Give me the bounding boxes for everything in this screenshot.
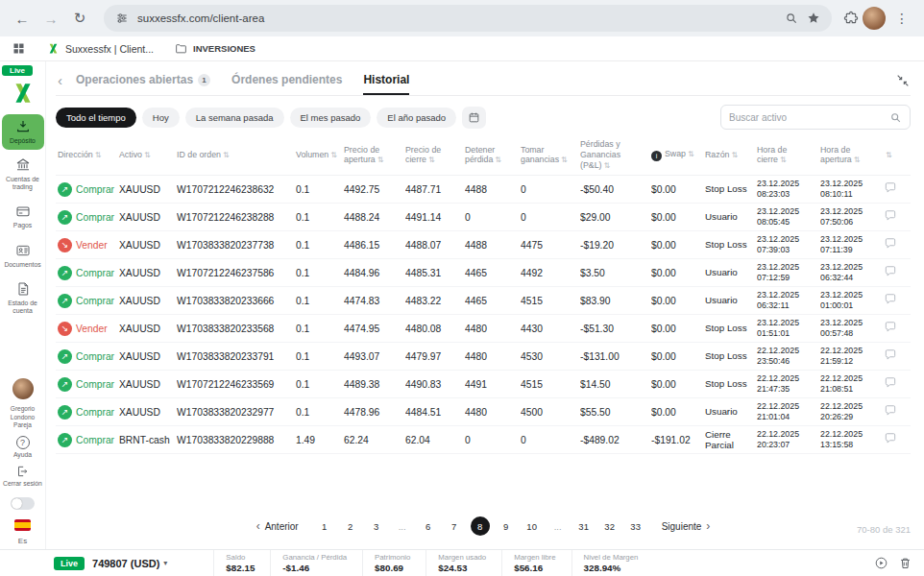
spain-flag-icon[interactable] [14,519,31,531]
back-icon[interactable]: ← [10,6,35,31]
comment-icon[interactable] [884,209,897,223]
comment-icon[interactable] [884,404,897,418]
filter-chips: Todo el tiempoHoyLa semana pasadaEl mes … [56,108,456,128]
sidebar-item-estado-de-cuenta[interactable]: Estado de cuenta [2,276,44,320]
search-icon[interactable] [785,12,798,25]
calendar-button[interactable] [462,107,486,129]
date-text: 23.12.2025 [820,206,880,217]
next-page-button[interactable]: Siguiente› [662,519,711,533]
column-header-volumen[interactable]: Volumen⇅ [296,150,340,160]
page-button-8[interactable]: 8 [471,516,490,536]
filter-chip-el-mes-pasado[interactable]: El mes pasado [290,108,372,128]
filter-chip-todo-el-tiempo[interactable]: Todo el tiempo [56,108,136,128]
tab-ordenes-pendientes[interactable]: Órdenes pendientes [231,65,342,95]
column-header-hora-de-apertura[interactable]: Hora de apertura⇅ [820,145,880,166]
table-body: ↗ComprarXAUUSDW17072122462386320.14492.7… [56,176,911,454]
address-bar[interactable]: suxxessfx.com/client-area [104,5,832,32]
date-text: 23.12.2025 [820,234,880,245]
tab-operaciones-abiertas[interactable]: Operaciones abiertas1 [76,65,210,95]
column-header-precio-de-cierre[interactable]: Precio de cierre⇅ [405,145,461,166]
filter-chip-el-ano-pasado[interactable]: El año pasado [377,108,456,128]
column-header-detener-perdida[interactable]: Detener pérdida⇅ [465,145,517,166]
reload-icon[interactable]: ↻ [67,6,92,31]
theme-toggle[interactable] [11,497,35,510]
extensions-icon[interactable] [843,11,859,26]
back-chevron-icon[interactable]: ‹ [56,72,64,88]
column-label: Precio de cierre [405,145,441,165]
collapse-icon[interactable] [895,73,911,88]
comment-icon[interactable] [884,181,897,195]
comment-icon[interactable] [884,265,897,278]
play-circle-icon[interactable] [874,556,888,570]
close-price-cell: 4484.51 [405,407,461,418]
deposit-icon [15,119,31,134]
site-settings-icon[interactable] [115,12,129,25]
comment-icon[interactable] [884,237,897,251]
sidebar-item-ayuda[interactable]: ? Ayuda [13,436,32,459]
search-icon[interactable] [889,111,902,124]
browser-menu-icon[interactable]: ⋮ [889,11,914,26]
sidebar-item-cuentas-de-trading[interactable]: Cuentas de trading [2,153,44,196]
comment-icon[interactable] [884,348,897,362]
column-header-razon[interactable]: Razón⇅ [705,150,753,160]
column-header-swap[interactable]: iSwap⇅ [651,149,701,162]
browser-profile-avatar[interactable] [863,7,886,30]
close-time-cell: 23.12.202506:32:11 [757,290,816,312]
page-button-33[interactable]: 33 [626,516,645,536]
filter-chip-hoy[interactable]: Hoy [142,108,180,128]
language-label[interactable]: Es [18,537,27,545]
stat-value: $82.15 [226,563,255,573]
page-button-31[interactable]: 31 [574,516,594,536]
trash-icon[interactable] [898,556,912,570]
page-button-3[interactable]: 3 [367,516,386,536]
tab-historial[interactable]: Historial [363,65,409,95]
column-header-activo[interactable]: Activo⇅ [119,150,173,160]
column-header-tomar-ganancias[interactable]: Tomar ganancias⇅ [521,145,576,166]
page-button-10[interactable]: 10 [523,516,542,536]
sidebar-item-pagos[interactable]: Pagos [2,199,44,234]
column-header-perdidas-y-ganancias-p-l[interactable]: Pérdidas y Ganancias (P&L)⇅ [580,139,647,171]
column-header-hora-de-cierre[interactable]: Hora de cierre⇅ [757,145,816,166]
column-header-direccion[interactable]: Dirección⇅ [58,150,115,160]
comment-cell [884,293,905,308]
bookmark-star-icon[interactable] [807,12,820,25]
sidebar-item-deposito[interactable]: Depósito [2,114,44,150]
comment-icon[interactable] [884,376,897,390]
page-button-9[interactable]: 9 [497,516,516,536]
user-avatar[interactable] [12,378,34,399]
swap-info-icon: i [651,151,662,161]
suxxessfx-logo[interactable] [11,81,36,106]
comment-icon[interactable] [884,321,897,334]
date-text: 22.12.2025 [820,401,880,412]
pnl-cell: -$50.40 [580,184,647,195]
page-button-32[interactable]: 32 [600,516,620,536]
page-button-6[interactable]: 6 [419,516,438,536]
account-selector[interactable]: 749807 (USD) ▾ [92,558,167,569]
search-input[interactable] [729,112,884,123]
comment-icon[interactable] [884,293,897,306]
bookmark-folder-inversiones[interactable]: INVERSIONES [175,42,255,55]
order-id-cell: W1707212246237586 [177,268,292,278]
take-profit-cell: 0 [521,435,576,445]
help-icon: ? [16,436,30,449]
logout-icon [15,465,29,478]
page-button-2[interactable]: 2 [341,516,360,536]
bookmark-suxxessfx[interactable]: Suxxessfx | Client... [47,42,154,55]
page-button-7[interactable]: 7 [445,516,464,536]
comment-cell [884,348,905,364]
forward-icon[interactable]: → [38,6,63,31]
time-text: 20:23:07 [757,440,816,450]
column-header-precio-de-apertura[interactable]: Precio de apertura⇅ [344,145,401,166]
previous-page-button[interactable]: ‹Anterior [256,519,299,533]
volume-cell: 0.1 [296,212,340,223]
sidebar-item-documentos[interactable]: Documentos [2,238,44,274]
sidebar-item-logout[interactable]: Cerrar sesión [3,465,42,488]
column-header-id-de-orden[interactable]: ID de orden⇅ [177,150,292,160]
pnl-cell: $29.00 [580,212,647,223]
apps-grid-icon[interactable] [12,41,26,56]
page-button-1[interactable]: 1 [315,516,334,536]
comment-icon[interactable] [884,432,897,445]
date-text: 22.12.2025 [820,429,880,440]
column-header-item[interactable]: ⇅ [884,150,905,160]
filter-chip-la-semana-pasada[interactable]: La semana pasada [185,108,284,128]
